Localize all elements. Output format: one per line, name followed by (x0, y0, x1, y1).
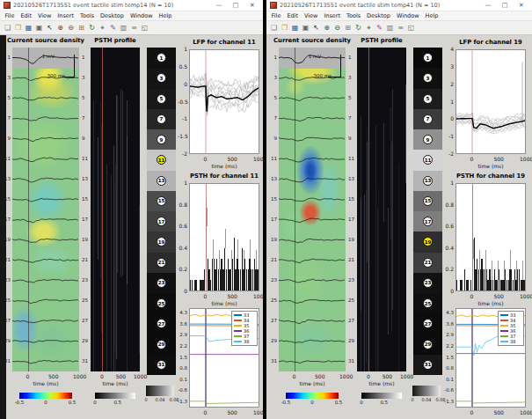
channel-row[interactable]: 5 (147, 89, 176, 109)
channel-button-25[interactable]: 25 (423, 298, 433, 308)
brush-icon[interactable]: ✎ (108, 23, 118, 33)
channel-button-9[interactable]: 9 (423, 135, 433, 144)
channel-row[interactable]: 19 (413, 232, 442, 252)
channel-row[interactable]: 1 (413, 48, 442, 68)
channel-button-29[interactable]: 29 (423, 340, 433, 349)
channel-row[interactable]: 31 (413, 355, 442, 375)
channel-row[interactable]: 17 (147, 211, 176, 232)
zoom-out-icon[interactable]: ⊖ (332, 23, 342, 33)
channel-row[interactable]: 25 (413, 293, 442, 313)
menu-desktop[interactable]: Desktop (364, 12, 394, 19)
channel-button-17[interactable]: 17 (423, 217, 433, 226)
menu-insert[interactable]: Insert (55, 12, 77, 19)
channel-button-7[interactable]: 7 (157, 114, 166, 124)
channel-button-1[interactable]: 1 (157, 53, 166, 62)
channel-button-31[interactable]: 31 (157, 360, 166, 370)
channel-button-25[interactable]: 25 (157, 298, 166, 308)
channel-button-9[interactable]: 9 (157, 135, 166, 144)
channel-row[interactable]: 1 (147, 48, 176, 68)
channel-row[interactable]: 31 (147, 355, 176, 375)
menu-file[interactable]: File (2, 12, 18, 19)
channel-button-7[interactable]: 7 (423, 114, 433, 124)
channel-button-3[interactable]: 3 (423, 73, 433, 83)
legend-icon[interactable]: ≡ (396, 23, 405, 33)
channel-button-11[interactable]: 11 (423, 155, 433, 165)
maximize-button[interactable]: □ (229, 2, 243, 9)
channel-row[interactable]: 21 (147, 253, 176, 273)
channel-row[interactable]: 25 (147, 293, 176, 313)
channel-row[interactable]: 7 (413, 109, 442, 129)
minimize-button[interactable]: — (212, 2, 226, 9)
channel-button-15[interactable]: 15 (423, 196, 433, 206)
pan-icon[interactable]: ⊞ (77, 23, 86, 33)
channel-row[interactable]: 7 (147, 109, 176, 129)
menu-window[interactable]: Window (393, 12, 422, 19)
brush-icon[interactable]: ✎ (375, 23, 384, 33)
channel-row[interactable]: 29 (147, 334, 176, 355)
menu-tools[interactable]: Tools (77, 12, 98, 19)
maximize-button[interactable]: □ (498, 2, 512, 9)
legend-icon[interactable]: ≡ (129, 23, 139, 33)
channel-button-13[interactable]: 13 (157, 176, 166, 186)
new-figure-icon[interactable]: ❏ (269, 23, 279, 33)
channel-button-11[interactable]: 11 (157, 155, 166, 165)
close-button[interactable]: ✕ (245, 2, 259, 9)
menu-view[interactable]: View (34, 12, 54, 19)
minimize-button[interactable]: — (481, 2, 495, 9)
save-icon[interactable]: ▦ (24, 23, 33, 33)
channel-row[interactable]: 3 (413, 68, 442, 88)
open-file-icon[interactable]: ❐ (280, 23, 289, 33)
menu-edit[interactable]: Edit (284, 12, 302, 19)
menu-edit[interactable]: Edit (18, 12, 35, 19)
channel-button-19[interactable]: 19 (423, 237, 433, 246)
pointer-icon[interactable]: ↖ (45, 23, 55, 33)
channel-button-19[interactable]: 19 (157, 237, 166, 246)
channel-button-21[interactable]: 21 (423, 258, 433, 268)
channel-button-21[interactable]: 21 (157, 258, 166, 268)
channel-button-5[interactable]: 5 (423, 94, 433, 104)
channel-row[interactable]: 21 (413, 253, 442, 273)
zoom-out-icon[interactable]: ⊖ (66, 23, 76, 33)
channel-row[interactable]: 3 (147, 68, 176, 88)
colorbar-icon[interactable]: ▥ (119, 23, 128, 33)
zoom-in-icon[interactable]: ⊕ (55, 23, 65, 33)
channel-row[interactable]: 23 (413, 273, 442, 293)
channel-button-27[interactable]: 27 (423, 319, 433, 328)
channel-row[interactable]: 11 (413, 150, 442, 170)
channel-button-13[interactable]: 13 (423, 176, 433, 186)
channel-row[interactable]: 9 (147, 129, 176, 150)
print-icon[interactable]: ▣ (301, 23, 310, 33)
menu-help[interactable]: Help (156, 12, 175, 19)
menu-window[interactable]: Window (127, 12, 156, 19)
data-cursor-icon[interactable]: ⌖ (364, 23, 374, 33)
channel-button-23[interactable]: 23 (423, 278, 433, 288)
channel-row[interactable]: 13 (413, 171, 442, 191)
channel-button-15[interactable]: 15 (157, 196, 166, 206)
channel-button-31[interactable]: 31 (423, 360, 433, 370)
rotate-icon[interactable]: ↻ (87, 23, 97, 33)
channel-button-23[interactable]: 23 (157, 278, 166, 288)
channel-button-27[interactable]: 27 (157, 319, 166, 328)
print-icon[interactable]: ▣ (34, 23, 44, 33)
channel-button-5[interactable]: 5 (157, 94, 166, 104)
channel-row[interactable]: 27 (413, 313, 442, 334)
close-button[interactable]: ✕ (514, 2, 528, 9)
rotate-icon[interactable]: ↻ (353, 23, 363, 33)
dock-icon[interactable]: ◱ (140, 23, 149, 33)
channel-row[interactable]: 9 (413, 129, 442, 150)
dock-icon[interactable]: ◱ (406, 23, 416, 33)
menu-desktop[interactable]: Desktop (98, 12, 128, 19)
channel-row[interactable]: 11 (147, 150, 176, 170)
channel-row[interactable]: 27 (147, 313, 176, 334)
channel-row[interactable]: 15 (147, 191, 176, 211)
channel-row[interactable]: 29 (413, 334, 442, 355)
new-figure-icon[interactable]: ❏ (3, 23, 12, 33)
open-file-icon[interactable]: ❐ (13, 23, 23, 33)
save-icon[interactable]: ▦ (290, 23, 300, 33)
menu-help[interactable]: Help (422, 12, 441, 19)
channel-button-1[interactable]: 1 (423, 53, 433, 62)
channel-button-17[interactable]: 17 (157, 217, 166, 226)
channel-row[interactable]: 5 (413, 89, 442, 109)
pointer-icon[interactable]: ↖ (311, 23, 321, 33)
channel-row[interactable]: 13 (147, 171, 176, 191)
